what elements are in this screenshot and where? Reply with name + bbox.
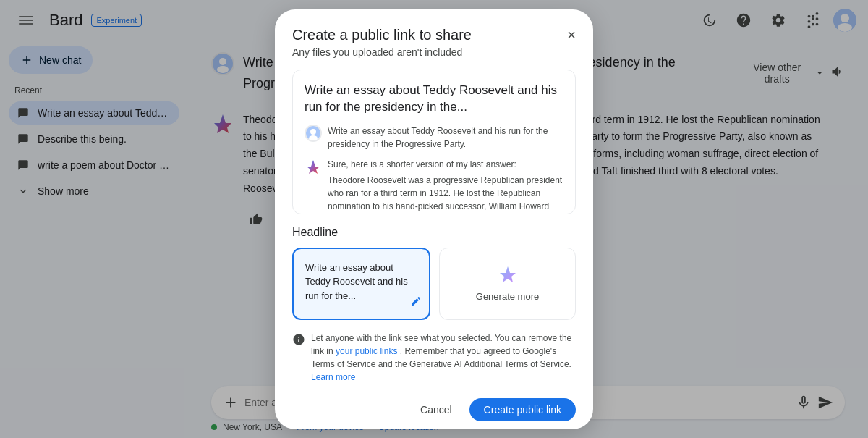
preview-response-text: Theodore Roosevelt was a progressive Rep… xyxy=(328,174,563,214)
learn-more-link[interactable]: Learn more xyxy=(311,372,355,382)
preview-bard-icon xyxy=(305,158,322,175)
share-modal: Create a public link to share × Any file… xyxy=(275,9,593,429)
preview-title: Write an essay about Teddy Roosevelt and… xyxy=(305,82,563,117)
headline-card-selected[interactable]: Write an essay about Teddy Roosevelt and… xyxy=(292,248,430,320)
headline-card-text: Write an essay about Teddy Roosevelt and… xyxy=(305,262,408,301)
generate-more-label: Generate more xyxy=(476,291,539,302)
modal-overlay: Create a public link to share × Any file… xyxy=(0,0,868,438)
preview-user-row: Write an essay about Teddy Roosevelt and… xyxy=(305,125,563,151)
preview-box: Write an essay about Teddy Roosevelt and… xyxy=(292,70,576,214)
info-icon xyxy=(292,333,305,350)
headline-label: Headline xyxy=(292,226,576,239)
modal-header: Create a public link to share × xyxy=(292,27,576,43)
modal-actions: Cancel Create public link xyxy=(292,398,576,421)
public-links-link[interactable]: your public links xyxy=(336,346,397,356)
create-public-link-button[interactable]: Create public link xyxy=(469,398,576,421)
cancel-button[interactable]: Cancel xyxy=(409,398,464,421)
info-row: Let anyone with the link see what you se… xyxy=(292,332,576,384)
svg-point-13 xyxy=(310,129,316,135)
modal-subtitle: Any files you uploaded aren't included xyxy=(292,46,576,58)
preview-user-icon xyxy=(305,125,322,142)
preview-response-label: Sure, here is a shorter version of my la… xyxy=(328,158,563,171)
preview-bard-row: Sure, here is a shorter version of my la… xyxy=(305,158,563,214)
modal-close-button[interactable]: × xyxy=(567,27,576,43)
modal-title: Create a public link to share xyxy=(292,27,472,43)
edit-icon xyxy=(410,295,422,311)
headline-options: Write an essay about Teddy Roosevelt and… xyxy=(292,248,576,320)
generate-more-card[interactable]: Generate more xyxy=(439,248,576,320)
info-text: Let anyone with the link see what you se… xyxy=(311,332,576,384)
preview-user-text: Write an essay about Teddy Roosevelt and… xyxy=(328,125,563,151)
